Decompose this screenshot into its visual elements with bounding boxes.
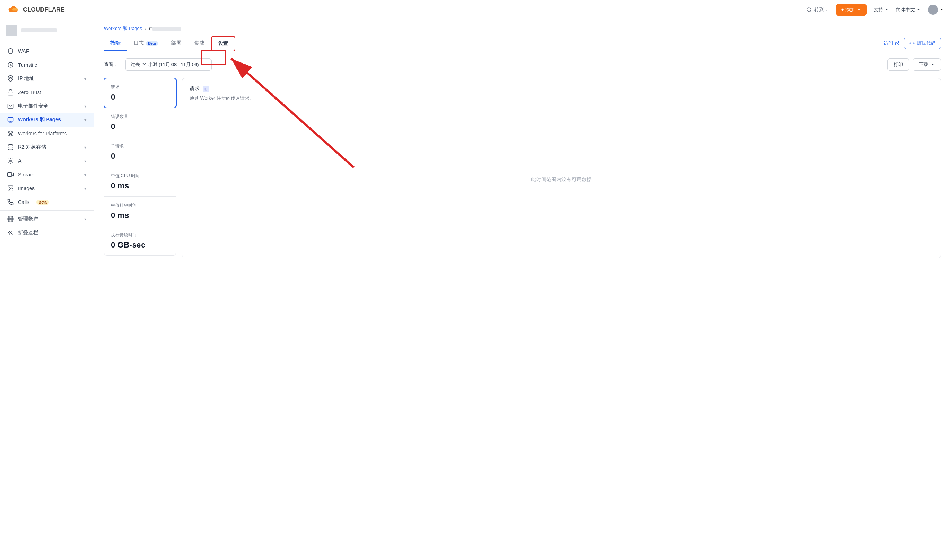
tab-label: 指标 xyxy=(111,40,120,46)
sidebar-item-label: Workers 和 Pages xyxy=(18,117,61,123)
sidebar-item-label: Calls xyxy=(18,199,29,205)
tab-label: 部署 xyxy=(171,40,181,46)
language-label: 简体中文 xyxy=(896,6,915,13)
visit-label: 访问 xyxy=(883,40,893,46)
chart-area: 请求 ⊞ 通过 Worker 注册的传入请求。 此时间范围内没有可用数据 xyxy=(182,78,941,258)
sidebar-item-email-security[interactable]: 电子邮件安全 xyxy=(0,99,94,113)
database-icon xyxy=(7,144,14,151)
sidebar-item-r2[interactable]: R2 对象存储 xyxy=(0,140,94,154)
sidebar-item-ai[interactable]: AI xyxy=(0,154,94,168)
chart-header: 请求 ⊞ xyxy=(190,86,933,92)
filter-label: 查看： xyxy=(104,62,118,68)
metric-card-errors[interactable]: 错误数量 0 xyxy=(104,108,176,137)
sidebar-item-workers-pages[interactable]: Workers 和 Pages xyxy=(0,113,94,127)
metrics-list: 请求 0 错误数量 0 子请求 0 中值 CPU 时间 0 ms xyxy=(104,78,176,258)
tab-label: 设置 xyxy=(218,40,228,47)
metric-value: 0 ms xyxy=(111,211,170,220)
svg-line-12 xyxy=(897,42,899,44)
logo-text: CLOUDFLARE xyxy=(23,6,65,13)
print-button[interactable]: 打印 xyxy=(888,58,909,71)
metric-card-wall-time[interactable]: 中值挂钟时间 0 ms xyxy=(104,197,176,226)
chevron-down-icon xyxy=(85,159,86,163)
chevron-down-icon xyxy=(85,173,86,177)
svg-rect-3 xyxy=(8,92,13,95)
download-button[interactable]: 下载 xyxy=(913,58,941,71)
metric-card-duration[interactable]: 执行持续时间 0 GB-sec xyxy=(104,226,176,256)
lock-icon xyxy=(7,89,14,95)
tab-metrics[interactable]: 指标 xyxy=(104,37,127,51)
metric-label: 中值 CPU 时间 xyxy=(111,173,170,179)
search-icon xyxy=(806,7,812,12)
language-menu[interactable]: 简体中文 xyxy=(896,6,921,13)
gear-icon xyxy=(7,216,14,222)
sidebar: WAF Turnstile IP 地址 Zero Trust 电子邮件安全 xyxy=(0,20,94,560)
turnstile-icon xyxy=(7,62,14,68)
metric-card-requests[interactable]: 请求 0 xyxy=(103,78,177,108)
metric-label: 执行持续时间 xyxy=(111,232,170,238)
sidebar-item-calls[interactable]: Calls Beta xyxy=(0,195,94,209)
sidebar-item-label: Images xyxy=(18,185,35,191)
logo[interactable]: CLOUDFLARE xyxy=(7,5,65,14)
images-icon xyxy=(7,185,14,192)
user-menu[interactable] xyxy=(928,5,944,15)
metric-label: 子请求 xyxy=(111,143,170,149)
sidebar-item-turnstile[interactable]: Turnstile xyxy=(0,58,94,72)
tab-logs[interactable]: 日志 Beta xyxy=(127,37,165,51)
metric-label: 中值挂钟时间 xyxy=(111,202,170,209)
chevron-down-icon xyxy=(85,145,86,149)
svg-point-10 xyxy=(9,187,10,188)
visit-button[interactable]: 访问 xyxy=(883,40,900,46)
sidebar-item-zero-trust[interactable]: Zero Trust xyxy=(0,86,94,99)
tab-label: 日志 xyxy=(134,40,144,46)
svg-point-7 xyxy=(10,160,12,162)
workers-icon xyxy=(7,117,14,123)
support-menu[interactable]: 支持 xyxy=(874,6,889,13)
sidebar-item-ip-address[interactable]: IP 地址 xyxy=(0,72,94,86)
platform-icon xyxy=(7,130,14,137)
content-grid: 请求 0 错误数量 0 子请求 0 中值 CPU 时间 0 ms xyxy=(104,78,941,258)
user-chevron-icon xyxy=(939,8,944,12)
sidebar-item-collapse[interactable]: 折叠边栏 xyxy=(0,226,94,240)
sidebar-item-label: Workers for Platforms xyxy=(18,131,67,136)
period-chevron-icon xyxy=(202,62,206,67)
download-label: 下载 xyxy=(919,62,928,68)
metric-value: 0 ms xyxy=(111,181,170,191)
sidebar-item-waf[interactable]: WAF xyxy=(0,45,94,58)
chevron-down-icon xyxy=(857,8,861,12)
chart-info-icon[interactable]: ⊞ xyxy=(203,86,209,92)
chevron-down-icon xyxy=(85,118,86,122)
sidebar-nav: WAF Turnstile IP 地址 Zero Trust 电子邮件安全 xyxy=(0,42,94,243)
edit-code-button[interactable]: 编辑代码 xyxy=(904,37,941,49)
metric-card-subrequests[interactable]: 子请求 0 xyxy=(104,137,176,167)
sidebar-item-stream[interactable]: Stream xyxy=(0,168,94,182)
beta-badge: Beta xyxy=(37,200,49,205)
account-selector[interactable] xyxy=(0,20,94,42)
tab-label: 集成 xyxy=(194,40,204,46)
topnav-right: 转到... + 添加 支持 简体中文 xyxy=(806,4,944,15)
sidebar-item-label: 电子邮件安全 xyxy=(18,103,48,109)
search-label: 转到... xyxy=(814,6,829,13)
tab-deployments[interactable]: 部署 xyxy=(165,37,188,51)
sidebar-item-manage-account[interactable]: 管理帐户 xyxy=(0,212,94,226)
tab-integrations[interactable]: 集成 xyxy=(188,37,211,51)
sidebar-item-label: Stream xyxy=(18,172,34,177)
add-button[interactable]: + 添加 xyxy=(836,4,866,15)
location-icon xyxy=(7,75,14,82)
period-selector[interactable]: 过去 24 小时 (11月 08 - 11月 09) xyxy=(125,58,211,71)
chevron-down-icon xyxy=(85,217,86,221)
code-icon xyxy=(909,41,914,46)
search-button[interactable]: 转到... xyxy=(806,6,829,13)
sidebar-item-images[interactable]: Images xyxy=(0,182,94,195)
tabs: 指标 日志 Beta 部署 集成 设置 访问 xyxy=(94,36,951,51)
breadcrumb-parent[interactable]: Workers 和 Pages xyxy=(104,25,142,32)
period-label: 过去 24 小时 (11月 08 - 11月 09) xyxy=(131,62,199,68)
ai-icon xyxy=(7,158,14,164)
account-avatar xyxy=(6,25,17,36)
email-icon xyxy=(7,103,14,109)
tab-settings[interactable]: 设置 xyxy=(211,36,236,51)
main-content: Workers 和 Pages / C 指标 日志 Beta 部署 集成 设置 xyxy=(94,20,951,560)
tabs-right-actions: 访问 编辑代码 xyxy=(883,37,941,49)
metric-value: 0 xyxy=(111,92,170,102)
sidebar-item-workers-platforms[interactable]: Workers for Platforms xyxy=(0,127,94,140)
metric-card-cpu-time[interactable]: 中值 CPU 时间 0 ms xyxy=(104,167,176,197)
